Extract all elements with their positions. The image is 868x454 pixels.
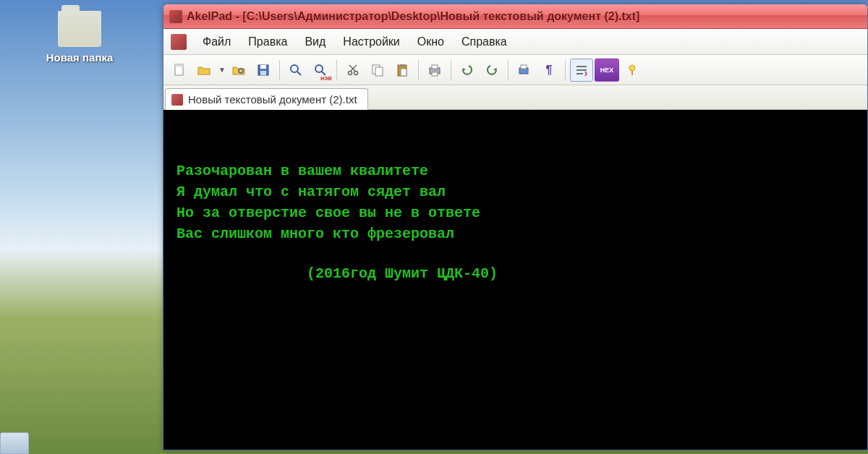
- tab-document[interactable]: Новый текстовый документ (2).txt: [165, 88, 368, 110]
- search-folder-button[interactable]: [227, 59, 250, 82]
- svg-point-10: [348, 71, 352, 74]
- svg-point-6: [291, 65, 298, 72]
- svg-rect-23: [521, 65, 527, 69]
- svg-rect-20: [432, 65, 438, 69]
- open-file-button[interactable]: [192, 59, 216, 82]
- svg-rect-21: [432, 72, 438, 76]
- copy-button[interactable]: [366, 59, 389, 82]
- wordwrap-button[interactable]: [570, 59, 593, 82]
- separator: [336, 60, 337, 80]
- find-button[interactable]: [284, 59, 307, 82]
- separator: [508, 60, 509, 80]
- svg-point-27: [629, 65, 635, 71]
- separator: [565, 60, 566, 80]
- app-icon: [171, 34, 187, 50]
- desktop-folder[interactable]: Новая папка: [40, 11, 119, 64]
- svg-rect-15: [375, 67, 383, 76]
- save-button[interactable]: [252, 59, 275, 82]
- undo-button[interactable]: [456, 59, 479, 82]
- svg-line-7: [297, 72, 301, 75]
- taskbar-fragment: [0, 432, 29, 454]
- svg-point-11: [354, 71, 357, 74]
- editor-line: Вас слишком много кто фрезеровал: [176, 223, 867, 244]
- app-icon: [169, 10, 182, 23]
- window-title: AkelPad - [C:\Users\Администратор\Deskto…: [187, 10, 639, 23]
- print-button[interactable]: [423, 59, 446, 82]
- print-preview-button[interactable]: [513, 59, 536, 82]
- text-editor[interactable]: Разочарован в вашем квалитетеЯ думал что…: [163, 110, 867, 450]
- svg-point-8: [315, 65, 323, 72]
- editor-line: Разочарован в вашем квалитете: [176, 160, 867, 181]
- hex-button[interactable]: HEX: [595, 59, 619, 82]
- menu-view[interactable]: Вид: [296, 33, 334, 51]
- redo-button[interactable]: [480, 59, 503, 82]
- separator: [451, 60, 451, 80]
- tabbar: Новый текстовый документ (2).txt: [163, 85, 867, 110]
- akelpad-window: AkelPad - [C:\Users\Администратор\Deskto…: [163, 4, 868, 450]
- editor-line: Но за отверстие свое вы не в ответе: [176, 202, 867, 223]
- show-codes-button[interactable]: ¶: [537, 59, 561, 82]
- highlight-button[interactable]: [621, 59, 644, 82]
- menu-settings[interactable]: Настройки: [334, 33, 408, 51]
- menu-edit[interactable]: Правка: [239, 33, 296, 51]
- menu-help[interactable]: Справка: [453, 33, 516, 51]
- folder-label: Новая папка: [40, 51, 119, 64]
- editor-signature: (2016год Шумит ЦДК-40): [176, 263, 867, 284]
- menu-file[interactable]: Файл: [194, 33, 239, 51]
- find-web-button[interactable]: нэв: [309, 59, 332, 82]
- cut-button[interactable]: [341, 59, 365, 82]
- svg-rect-4: [260, 65, 266, 69]
- svg-rect-17: [400, 64, 404, 67]
- editor-line: Я думал что с натягом сядет вал: [176, 181, 867, 202]
- titlebar[interactable]: AkelPad - [C:\Users\Администратор\Deskto…: [163, 4, 867, 29]
- svg-rect-5: [260, 71, 266, 75]
- svg-rect-18: [401, 69, 407, 76]
- menu-window[interactable]: Окно: [409, 33, 453, 51]
- menubar: Файл Правка Вид Настройки Окно Справка: [163, 29, 867, 55]
- separator: [279, 60, 280, 80]
- toolbar: ▼ нэв: [163, 55, 867, 85]
- paste-button[interactable]: [391, 59, 414, 82]
- folder-icon: [58, 11, 101, 47]
- svg-rect-1: [175, 64, 183, 67]
- tab-label: Новый текстовый документ (2).txt: [188, 93, 357, 106]
- document-icon: [171, 94, 183, 106]
- chevron-down-icon[interactable]: ▼: [217, 66, 226, 74]
- separator: [418, 60, 419, 80]
- new-file-button[interactable]: [168, 59, 191, 82]
